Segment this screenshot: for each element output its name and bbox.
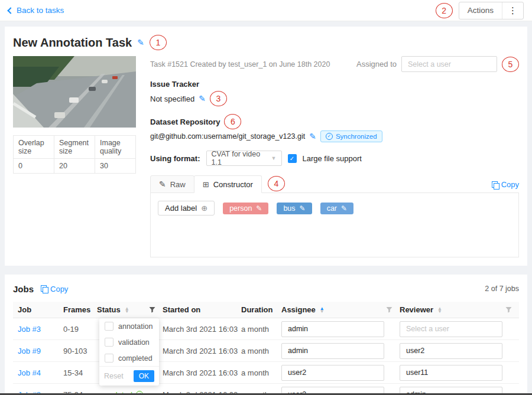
add-label-button[interactable]: Add label ⊕ <box>158 201 215 216</box>
filter-funnel-icon[interactable] <box>505 306 512 313</box>
chevron-down-icon: ▼ <box>271 155 277 161</box>
filter-option-completed[interactable]: completed <box>99 350 159 366</box>
edit-issue-tracker-icon[interactable]: ✎ <box>199 94 206 103</box>
param-value-segment: 20 <box>54 159 95 174</box>
label-chip-car[interactable]: car ✎ <box>320 203 353 214</box>
large-file-support-checkbox[interactable]: ✓ <box>288 154 297 163</box>
tab-constructor-label: Constructor <box>213 180 253 189</box>
started-cell: March 3rd 2021 16:03 <box>163 325 241 334</box>
task-title: New Annotation Task <box>13 36 132 50</box>
checkbox-icon[interactable] <box>105 354 113 363</box>
param-value-overlap: 0 <box>14 159 54 174</box>
param-header-quality: Image quality <box>95 136 136 159</box>
filter-funnel-icon[interactable] <box>386 306 392 313</box>
check-circle-icon: ✓ <box>326 133 333 140</box>
label-chip-person[interactable]: person ✎ <box>223 203 268 214</box>
copy-jobs-button[interactable]: Copy <box>41 285 68 293</box>
filter-option-label: validation <box>118 338 150 347</box>
chevron-left-icon <box>7 7 14 14</box>
copy-icon <box>41 285 47 292</box>
status-filter-dropdown: annotation validation completed Reset OK <box>99 318 159 386</box>
annotation-marker-1: 1 <box>150 35 167 50</box>
annotation-marker-6: 6 <box>224 114 241 129</box>
more-vertical-icon[interactable]: ⋮ <box>502 2 523 19</box>
checkbox-icon[interactable] <box>105 322 113 331</box>
job-link[interactable]: Job #3 <box>18 325 41 334</box>
frames-cell: 90-103 <box>63 347 97 355</box>
copy-labels-button[interactable]: Copy <box>492 180 519 189</box>
assignee-input[interactable] <box>281 321 384 337</box>
table-row: Job #4 15-34 March 3rd 2021 16:03 a mont… <box>13 362 519 384</box>
reviewer-input[interactable] <box>400 365 502 381</box>
back-to-tasks-label: Back to tasks <box>17 6 64 15</box>
sync-badge-label: Synchronized <box>336 133 377 140</box>
frames-cell: 0-19 <box>63 325 97 334</box>
filter-option-label: completed <box>118 354 153 363</box>
dataset-repository-label: Dataset Repository <box>150 117 220 126</box>
param-header-overlap: Overlap size <box>14 136 54 159</box>
column-header-duration: Duration <box>241 305 281 314</box>
format-select[interactable]: CVAT for video 1.1 ▼ <box>206 151 282 166</box>
started-cell: March 3rd 2021 16:03 <box>163 347 241 355</box>
started-cell: March 3rd 2021 16:03 <box>163 368 241 377</box>
sort-icon[interactable]: ▲▼ <box>125 307 129 313</box>
copy-labels-label: Copy <box>501 180 519 189</box>
top-bar: Back to tasks 2 Actions ⋮ <box>0 0 532 21</box>
filter-funnel-icon[interactable] <box>149 306 155 313</box>
params-value-row: 0 20 30 <box>14 159 136 174</box>
tab-constructor[interactable]: ⊞ Constructor <box>194 175 262 193</box>
sort-icon[interactable]: ▲▼ <box>320 307 325 313</box>
sort-icon[interactable]: ▲▼ <box>437 307 442 313</box>
label-chip-bus[interactable]: bus ✎ <box>277 203 312 214</box>
checkbox-icon[interactable] <box>105 338 113 347</box>
task-details-card: New Annotation Task ✎ 1 <box>5 27 527 266</box>
task-meta: Task #1521 Created by test_user_1 on Jun… <box>150 60 330 68</box>
param-value-quality: 30 <box>95 159 136 174</box>
filter-reset-button[interactable]: Reset <box>104 372 124 380</box>
filter-option-label: annotation <box>118 322 153 331</box>
assignee-input[interactable] <box>281 343 384 359</box>
add-label-text: Add label <box>165 204 197 213</box>
tab-raw[interactable]: ✎ Raw <box>150 175 194 193</box>
pencil-icon: ✎ <box>159 179 166 189</box>
jobs-card: Jobs Copy 2 of 7 jobs Job Frames Status … <box>5 275 527 395</box>
annotation-marker-5: 5 <box>502 57 519 72</box>
copy-jobs-label: Copy <box>50 285 68 293</box>
edit-label-icon[interactable]: ✎ <box>300 204 306 213</box>
large-file-support-label: Large file support <box>303 154 362 163</box>
column-header-reviewer[interactable]: Reviewer ▲▼ <box>400 305 519 314</box>
task-preview-image <box>13 56 136 128</box>
edit-title-icon[interactable]: ✎ <box>137 38 144 47</box>
job-link[interactable]: Job #9 <box>18 347 41 355</box>
reviewer-input[interactable] <box>400 343 502 359</box>
annotation-marker-4: 4 <box>268 176 285 191</box>
column-header-assignee[interactable]: Assignee ▲▼ <box>281 305 400 314</box>
filter-option-validation[interactable]: validation <box>99 334 159 350</box>
sync-status-badge: ✓ Synchronized <box>320 130 382 142</box>
filter-option-annotation[interactable]: annotation <box>99 318 159 334</box>
copy-icon <box>492 181 498 188</box>
column-header-status[interactable]: Status ▲▼ <box>97 305 163 314</box>
column-header-frames: Frames <box>63 305 97 314</box>
issue-tracker-value: Not specified <box>150 94 194 103</box>
actions-button[interactable]: Actions ⋮ <box>459 2 524 19</box>
jobs-table-header: Job Frames Status ▲▼ Started on Duration… <box>13 302 519 318</box>
table-row: Job #3 0-19 March 3rd 2021 16:03 a month <box>13 318 519 340</box>
param-header-segment: Segment size <box>54 136 95 159</box>
edit-label-icon[interactable]: ✎ <box>341 204 347 213</box>
back-to-tasks-link[interactable]: Back to tasks <box>8 6 64 15</box>
build-icon: ⊞ <box>203 180 209 189</box>
jobs-table: Job Frames Status ▲▼ Started on Duration… <box>13 302 519 395</box>
dataset-repository-url: git@github.com:username/git_storage_v123… <box>150 132 305 141</box>
tab-raw-label: Raw <box>170 180 186 189</box>
edit-repository-icon[interactable]: ✎ <box>309 132 316 141</box>
label-chip-person-name: person <box>229 204 252 213</box>
filter-ok-button[interactable]: OK <box>134 370 154 382</box>
label-chip-bus-name: bus <box>283 204 295 213</box>
job-link[interactable]: Job #4 <box>18 368 41 377</box>
assignee-select[interactable] <box>401 56 497 72</box>
reviewer-input[interactable] <box>400 321 502 337</box>
assignee-input[interactable] <box>281 365 384 381</box>
edit-label-icon[interactable]: ✎ <box>256 204 262 213</box>
assigned-to-label: Assigned to <box>356 60 397 68</box>
